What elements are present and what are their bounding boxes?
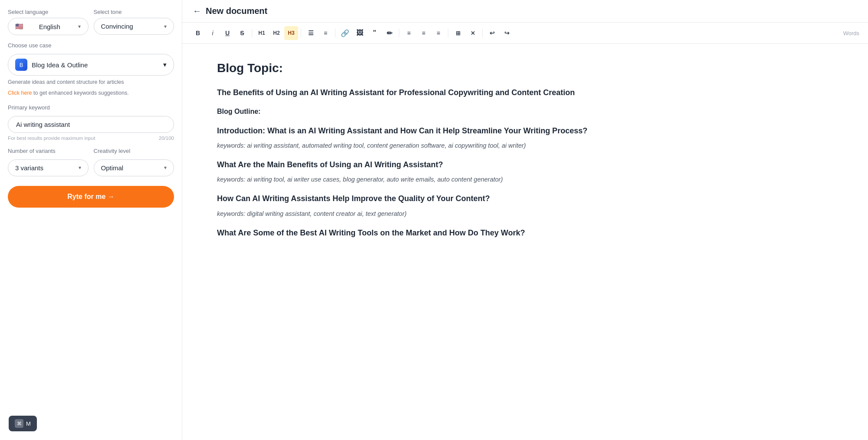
- words-label: Words: [843, 30, 859, 36]
- char-hint: For best results provide maximum input: [8, 136, 95, 141]
- lang-tone-row: Select language 🇺🇸 English ▾ Select tone…: [8, 9, 174, 35]
- content-section-6: What Are Some of the Best AI Writing Too…: [217, 228, 833, 238]
- ol-button[interactable]: ≡: [319, 26, 332, 40]
- link-button[interactable]: 🔗: [338, 26, 352, 40]
- content-section-3: Introduction: What is an AI Writing Assi…: [217, 126, 833, 151]
- language-value: English: [39, 23, 60, 30]
- content-heading-5: What Are Some of the Best AI Writing Too…: [217, 228, 833, 238]
- tone-group: Select tone Convincing ▾: [94, 9, 174, 35]
- toolbar-sep-5: [448, 29, 448, 37]
- doc-header: ← New document: [182, 0, 868, 23]
- click-here-suffix: to get enhanced keywords suggestions.: [32, 90, 129, 96]
- toolbar-sep-6: [482, 29, 483, 37]
- variants-label: Number of variants: [8, 148, 89, 154]
- use-case-label: Choose use case: [8, 42, 174, 49]
- tone-select[interactable]: Convincing ▾: [94, 18, 174, 35]
- toolbar: B i U S H1 H2 H3 ☰ ≡ 🔗 🖼 " ✏ ≡ ≡ ≡ ⊞ ✕ ↩…: [182, 23, 868, 44]
- quote-button[interactable]: ": [368, 26, 381, 40]
- keyword-input[interactable]: [8, 116, 174, 133]
- content-keywords-1: keywords: ai writing assistant, automate…: [217, 141, 833, 151]
- click-here-link[interactable]: Click here: [8, 90, 32, 96]
- h3-button[interactable]: H3: [284, 26, 298, 40]
- creativity-select[interactable]: Optimal ▾: [94, 159, 174, 176]
- keyword-section: Primary keyword For best results provide…: [8, 104, 174, 141]
- sidebar: Select language 🇺🇸 English ▾ Select tone…: [0, 0, 182, 440]
- variants-select[interactable]: 3 variants ▾: [8, 159, 89, 176]
- content-section-5: How Can AI Writing Assistants Help Impro…: [217, 193, 833, 218]
- creativity-value: Optimal: [101, 164, 124, 172]
- content-heading-1: The Benefits of Using an AI Writing Assi…: [217, 87, 833, 98]
- toolbar-sep-1: [252, 29, 252, 37]
- content-section-4: What Are the Main Benefits of Using an A…: [217, 159, 833, 185]
- align-center-button[interactable]: ≡: [417, 26, 431, 40]
- table-button[interactable]: ⊞: [451, 26, 465, 40]
- ryte-for-me-button[interactable]: Ryte for me →: [8, 186, 174, 208]
- use-case-icon: B: [15, 59, 27, 71]
- creativity-label: Creativity level: [94, 148, 174, 154]
- redo-button[interactable]: ↪: [500, 26, 514, 40]
- image-button[interactable]: 🖼: [353, 26, 367, 40]
- use-case-value: Blog Idea & Outline: [32, 61, 88, 69]
- language-chevron-icon: ▾: [78, 23, 81, 30]
- shortcut-label: M: [26, 420, 31, 427]
- content-heading-4: How Can AI Writing Assistants Help Impro…: [217, 193, 833, 204]
- content-section-1: The Benefits of Using an AI Writing Assi…: [217, 87, 833, 98]
- h1-button[interactable]: H1: [255, 26, 269, 40]
- use-case-chevron-icon: ▾: [163, 61, 167, 69]
- creativity-chevron-icon: ▾: [164, 165, 167, 171]
- use-case-desc: Generate ideas and content structure for…: [8, 78, 174, 86]
- back-arrow-icon[interactable]: ←: [193, 6, 201, 16]
- h2-button[interactable]: H2: [270, 26, 283, 40]
- toolbar-sep-2: [301, 29, 301, 37]
- variants-value: 3 variants: [15, 164, 43, 172]
- content-keywords-2: keywords: ai writing tool, ai writer use…: [217, 175, 833, 185]
- language-group: Select language 🇺🇸 English ▾: [8, 9, 89, 35]
- content-heading-3: What Are the Main Benefits of Using an A…: [217, 159, 833, 170]
- ul-button[interactable]: ☰: [304, 26, 318, 40]
- bold-button[interactable]: B: [191, 26, 205, 40]
- language-flag: 🇺🇸: [15, 23, 23, 30]
- undo-button[interactable]: ↩: [485, 26, 499, 40]
- align-right-button[interactable]: ≡: [431, 26, 445, 40]
- highlight-button[interactable]: ✏: [382, 26, 396, 40]
- clear-format-button[interactable]: ✕: [466, 26, 480, 40]
- tone-chevron-icon: ▾: [164, 23, 167, 30]
- creativity-group: Creativity level Optimal ▾: [94, 148, 174, 176]
- content-heading-2: Introduction: What is an AI Writing Assi…: [217, 126, 833, 136]
- strikethrough-button[interactable]: S: [235, 26, 249, 40]
- variants-group: Number of variants 3 variants ▾: [8, 148, 89, 176]
- content-keywords-3: keywords: digital writing assistant, con…: [217, 209, 833, 219]
- keyword-label: Primary keyword: [8, 104, 174, 111]
- variants-creativity-row: Number of variants 3 variants ▾ Creativi…: [8, 148, 174, 176]
- use-case-left: B Blog Idea & Outline: [15, 59, 88, 71]
- use-case-section: Choose use case B Blog Idea & Outline ▾ …: [8, 42, 174, 97]
- cmd-icon: ⌘: [15, 419, 23, 428]
- tone-label: Select tone: [94, 9, 174, 15]
- tone-value: Convincing: [101, 23, 133, 30]
- underline-button[interactable]: U: [220, 26, 234, 40]
- doc-title: New document: [206, 6, 267, 16]
- char-count-row: For best results provide maximum input 2…: [8, 136, 174, 141]
- editor-area[interactable]: Blog Topic: The Benefits of Using an AI …: [182, 44, 868, 440]
- char-count: 20/100: [159, 136, 174, 141]
- content-heading-outline: Blog Outline:: [217, 107, 833, 116]
- italic-button[interactable]: i: [206, 26, 220, 40]
- variants-chevron-icon: ▾: [79, 165, 81, 171]
- align-left-button[interactable]: ≡: [402, 26, 416, 40]
- keyboard-shortcut-badge: ⌘ M: [9, 416, 37, 431]
- language-select[interactable]: 🇺🇸 English ▾: [8, 18, 89, 35]
- blog-topic-label: Blog Topic:: [217, 61, 833, 75]
- main-content: ← New document B i U S H1 H2 H3 ☰ ≡ 🔗 🖼 …: [182, 0, 868, 440]
- use-case-select[interactable]: B Blog Idea & Outline ▾: [8, 54, 174, 76]
- click-here-row: Click here to get enhanced keywords sugg…: [8, 89, 174, 97]
- content-section-2: Blog Outline:: [217, 107, 833, 116]
- toolbar-sep-3: [335, 29, 335, 37]
- language-label: Select language: [8, 9, 89, 15]
- toolbar-sep-4: [399, 29, 399, 37]
